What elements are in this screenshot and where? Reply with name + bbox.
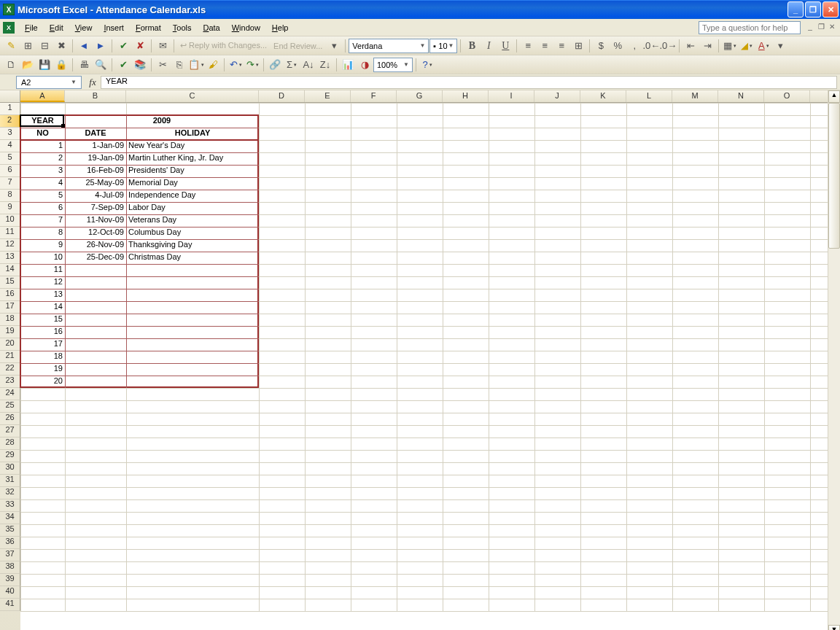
row-header-36[interactable]: 36 — [0, 537, 20, 549]
save-button[interactable]: 💾 — [36, 57, 52, 73]
cell-date[interactable]: 25-May-09 — [65, 177, 126, 190]
cell-holiday[interactable] — [126, 301, 259, 314]
menu-help[interactable]: Help — [266, 22, 295, 34]
row-header-2[interactable]: 2 — [0, 115, 20, 128]
cell-date[interactable]: 19-Jan-09 — [65, 152, 126, 165]
cell-holiday[interactable]: Independence Day — [126, 190, 259, 202]
row-header-7[interactable]: 7 — [0, 177, 20, 190]
cell-holiday[interactable] — [126, 264, 259, 276]
formula-input[interactable]: YEAR — [101, 76, 837, 89]
row-header-20[interactable]: 20 — [0, 338, 20, 351]
cell-holiday[interactable] — [126, 351, 259, 363]
cell-date[interactable]: 1-Jan-09 — [65, 140, 126, 152]
cell-no[interactable]: 4 — [20, 177, 65, 190]
cell-no[interactable]: 15 — [20, 314, 65, 326]
vertical-scrollbar[interactable]: ▲ ▼ — [828, 90, 840, 630]
cell-date[interactable] — [65, 338, 126, 351]
autosum-button[interactable]: Σ — [284, 57, 300, 73]
maximize-button[interactable]: ❐ — [805, 1, 821, 18]
chart-wizard-button[interactable]: 📊 — [340, 57, 356, 73]
drawing-button[interactable]: ◑ — [357, 57, 373, 73]
minimize-button[interactable]: _ — [788, 1, 804, 18]
cell-no[interactable]: 5 — [20, 190, 65, 202]
row-header-11[interactable]: 11 — [0, 227, 20, 239]
increase-indent-button[interactable]: ⇥ — [699, 38, 715, 54]
row-header-22[interactable]: 22 — [0, 363, 20, 376]
help-search-input[interactable] — [699, 21, 801, 34]
cell-holiday[interactable]: Labor Day — [126, 202, 259, 214]
font-name-combo[interactable]: Verdana▼ — [349, 39, 429, 53]
reject-change-icon[interactable]: ✘ — [132, 38, 148, 54]
row-header-19[interactable]: 19 — [0, 326, 20, 338]
column-header-B[interactable]: B — [65, 90, 126, 102]
cell-no[interactable]: 3 — [20, 165, 65, 177]
cell-date[interactable] — [65, 326, 126, 338]
row-header-31[interactable]: 31 — [0, 475, 20, 487]
cell-no[interactable]: 9 — [20, 239, 65, 252]
show-all-comments-icon[interactable]: ⊟ — [36, 38, 52, 54]
cell-no[interactable]: 19 — [20, 363, 65, 376]
cell-date[interactable] — [65, 351, 126, 363]
menu-file[interactable]: File — [19, 22, 44, 34]
row-header-6[interactable]: 6 — [0, 165, 20, 177]
row-header-27[interactable]: 27 — [0, 425, 20, 438]
cell-no-header[interactable]: NO — [20, 128, 65, 140]
cell-holiday[interactable]: Veterans Day — [126, 214, 259, 227]
column-header-F[interactable]: F — [351, 90, 397, 102]
column-header-M[interactable]: M — [672, 90, 718, 102]
send-mail-icon[interactable]: ✉ — [155, 38, 171, 54]
scroll-down-button[interactable]: ▼ — [828, 625, 840, 630]
print-preview-button[interactable]: 🔍 — [93, 57, 109, 73]
cell-holiday[interactable]: Columbus Day — [126, 227, 259, 239]
column-header-K[interactable]: K — [580, 90, 626, 102]
column-header-G[interactable]: G — [397, 90, 443, 102]
cell-no[interactable]: 13 — [20, 289, 65, 301]
cell-no[interactable]: 8 — [20, 227, 65, 239]
cell-year-value[interactable]: 2009 — [65, 115, 259, 128]
font-size-combo[interactable]: ▪ 10▼ — [429, 39, 457, 53]
cell-holiday[interactable]: Martin Luther King, Jr. Day — [126, 152, 259, 165]
cell-no[interactable]: 18 — [20, 351, 65, 363]
hyperlink-button[interactable]: 🔗 — [267, 57, 283, 73]
undo-button[interactable]: ↶ — [228, 57, 244, 73]
paste-button[interactable]: 📋 — [188, 57, 204, 73]
row-header-25[interactable]: 25 — [0, 400, 20, 413]
row-header-5[interactable]: 5 — [0, 152, 20, 165]
row-header-30[interactable]: 30 — [0, 462, 20, 475]
menu-format[interactable]: Format — [130, 22, 167, 34]
cell-no[interactable]: 2 — [20, 152, 65, 165]
row-header-18[interactable]: 18 — [0, 314, 20, 326]
column-header-E[interactable]: E — [305, 90, 351, 102]
currency-button[interactable]: $ — [593, 38, 609, 54]
format-painter-button[interactable]: 🖌 — [205, 57, 221, 73]
font-color-button[interactable]: A — [755, 38, 771, 54]
column-header-A[interactable]: A — [20, 90, 65, 102]
close-button[interactable]: ✕ — [822, 1, 839, 18]
row-header-38[interactable]: 38 — [0, 561, 20, 574]
toolbar-options-icon[interactable]: ▾ — [326, 38, 342, 54]
cell-date[interactable] — [65, 314, 126, 326]
row-header-28[interactable]: 28 — [0, 438, 20, 450]
underline-button[interactable]: U — [497, 38, 513, 54]
row-header-1[interactable]: 1 — [0, 103, 20, 115]
italic-button[interactable]: I — [481, 38, 497, 54]
cell-no[interactable]: 16 — [20, 326, 65, 338]
mdi-close-button[interactable]: ✕ — [827, 23, 837, 33]
fx-button[interactable]: fx — [85, 77, 101, 88]
cell-date[interactable]: 26-Nov-09 — [65, 239, 126, 252]
align-right-button[interactable]: ≡ — [553, 38, 569, 54]
cell-holiday[interactable]: Memorial Day — [126, 177, 259, 190]
menu-edit[interactable]: Edit — [44, 22, 69, 34]
row-header-21[interactable]: 21 — [0, 351, 20, 363]
cell-date[interactable] — [65, 376, 126, 388]
percent-button[interactable]: % — [610, 38, 626, 54]
bold-button[interactable]: B — [464, 38, 480, 54]
increase-decimal-button[interactable]: .0← — [643, 38, 659, 54]
decrease-decimal-button[interactable]: .0→ — [660, 38, 676, 54]
vscroll-thumb[interactable] — [828, 103, 840, 249]
cell-date[interactable]: 16-Feb-09 — [65, 165, 126, 177]
row-header-32[interactable]: 32 — [0, 487, 20, 499]
cell-no[interactable]: 7 — [20, 214, 65, 227]
vscroll-track[interactable] — [828, 103, 840, 625]
help-button[interactable]: ? — [419, 57, 435, 73]
